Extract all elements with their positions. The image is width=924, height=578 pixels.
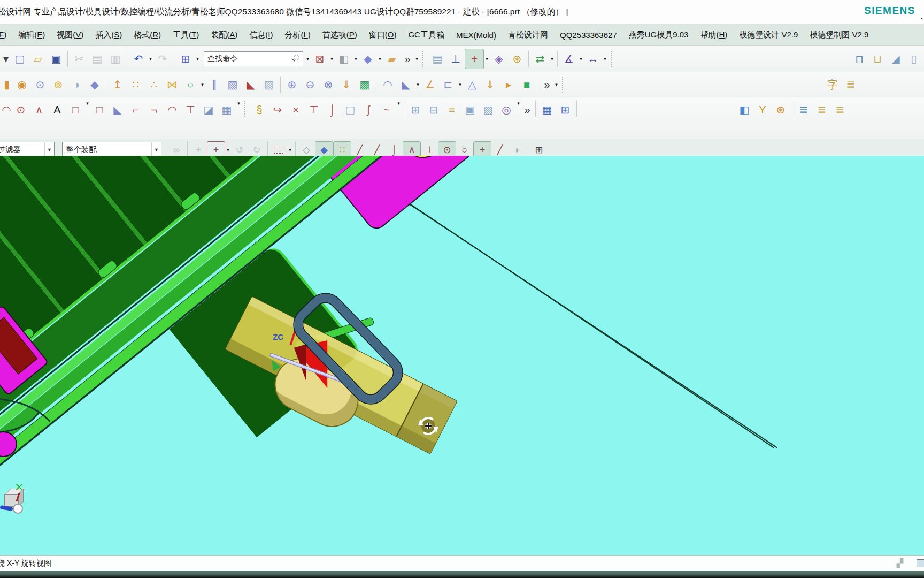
mold-drill-button[interactable]: ◢ (887, 49, 905, 69)
menu-item-qq-number[interactable]: QQ2533363627 (554, 31, 623, 40)
view-background-button[interactable]: ▰ (383, 49, 401, 69)
copy-button[interactable]: ▤ (88, 49, 106, 69)
point-set-button[interactable]: ∧ (30, 101, 48, 119)
rect-select-button[interactable] (270, 142, 287, 158)
menu-item-qingsong-site[interactable]: 青松设计网 (502, 30, 554, 40)
toolbar-drag-handle[interactable] (422, 51, 426, 67)
pattern-component-button[interactable]: ↻ (248, 142, 265, 158)
snap-point-on-curve-button[interactable]: ⌡ (386, 142, 403, 158)
patch-button[interactable]: ▩ (356, 75, 374, 94)
closed-profile-dropdown[interactable]: ▾ (84, 101, 90, 106)
shaded-cube-dropdown[interactable]: ▾ (377, 56, 383, 62)
window-frame-button[interactable]: ◧ (735, 101, 753, 119)
snap-quadrant-button[interactable]: ⊥ (421, 142, 438, 158)
tee-curve-button[interactable]: ⊤ (305, 101, 323, 119)
graphics-viewport[interactable]: ZC XC (0, 156, 924, 555)
toolbar-drag-handle[interactable] (611, 51, 614, 67)
render-style-button[interactable]: ◧ (335, 49, 353, 69)
wcs-display-button[interactable]: ⊥ (446, 49, 465, 69)
pixel-grid-plus-button[interactable]: ⊞ (556, 101, 574, 119)
snap-point-on-face-button[interactable]: ◗ (509, 142, 526, 158)
menu-item-yanxiu-mold[interactable]: 燕秀UG模具9.03 (623, 30, 695, 40)
profile-button[interactable]: ◠ (1, 101, 12, 119)
gear-tool-button[interactable]: ⊛ (772, 101, 790, 119)
menu-item-edit[interactable]: 编辑(E) (12, 30, 51, 40)
wcs-dynamics-dropdown[interactable]: ▾ (484, 56, 490, 62)
subtract-button[interactable]: ⊖ (301, 75, 319, 94)
trim-hook-1-button[interactable]: ⌐ (127, 101, 145, 119)
jog-dot-button[interactable]: ʃ (359, 101, 378, 119)
menu-item-information[interactable]: 信息(I) (243, 30, 279, 40)
menu-item-preferences[interactable]: 首选项(P) (317, 30, 363, 40)
assembly-constraints-button[interactable]: ∞ (168, 142, 185, 158)
fit-view-dropdown[interactable]: ▾ (329, 56, 335, 62)
menu-item-tools[interactable]: 工具(T) (167, 30, 205, 40)
unite-button[interactable]: ⊕ (283, 75, 301, 94)
extrude-button[interactable]: ▮ (1, 75, 13, 94)
open-file-button[interactable]: ▱ (29, 49, 47, 69)
status-flag-button[interactable]: ▞ (894, 558, 906, 568)
selection-scope-combo[interactable]: 整个装配 ▼ (62, 142, 161, 157)
simple-distance-button[interactable]: ↔ (584, 49, 602, 69)
menu-item-modebao-design[interactable]: 模德堡设计 V2.9 (733, 30, 804, 40)
revolve-button[interactable]: ◉ (13, 75, 31, 94)
row2-overflow-dropdown[interactable]: ▾ (553, 82, 559, 87)
layer-settings-button[interactable]: ▤ (428, 49, 446, 69)
toolbar-prev-button[interactable]: ▾ (1, 49, 11, 69)
paste-button[interactable]: ▥ (106, 49, 125, 69)
snap-style-button[interactable]: ◈ (490, 49, 508, 69)
new-file-button[interactable]: ▢ (11, 49, 29, 69)
snap-midpoint-button[interactable]: ╱ (368, 142, 386, 158)
snap-circle-button[interactable]: ○ (456, 142, 473, 158)
surface-swoosh-button[interactable]: ◣ (109, 101, 127, 119)
row1-overflow-button[interactable]: » (401, 49, 414, 69)
edit-object-display-button[interactable]: ⊛ (508, 49, 526, 69)
simple-distance-dropdown[interactable]: ▾ (602, 56, 608, 62)
quilt-surface-button[interactable]: ⊞ (406, 101, 425, 119)
row1-overflow-dropdown[interactable]: ▾ (414, 56, 420, 62)
menu-item-gc-toolbox[interactable]: GC工具箱 (402, 30, 450, 40)
slope-curve-dropdown[interactable]: ▾ (396, 101, 402, 106)
redo-button[interactable]: ↷ (153, 49, 172, 69)
mold-sheet-button[interactable]: ▯ (905, 49, 923, 69)
scatter-pattern-button[interactable]: ∴ (145, 75, 163, 94)
pyramid-button[interactable]: △ (463, 75, 481, 94)
spool-feature-button[interactable]: ≣ (842, 75, 860, 94)
text-curve-button[interactable]: A (48, 101, 66, 119)
find-command-dropdown[interactable]: ▾ (305, 56, 311, 62)
quick-pick-button[interactable]: ⊞ (530, 142, 548, 158)
render-style-dropdown[interactable]: ▾ (353, 56, 359, 62)
status-window-button[interactable] (915, 558, 924, 568)
toolbar-drag-handle[interactable] (244, 101, 248, 117)
selection-scope-dropdown-icon[interactable]: ▼ (151, 142, 161, 157)
edge-blend-button[interactable]: ◠ (379, 75, 397, 94)
menu-item-modebao-drafting[interactable]: 模德堡制图 V2.9 (804, 30, 874, 40)
find-command-input[interactable]: 查找命令 (204, 51, 303, 66)
spool-3-button[interactable]: ≣ (831, 101, 849, 119)
arc-bridge-button[interactable]: ◠ (163, 101, 181, 119)
move-component-button[interactable]: + (190, 142, 207, 158)
down-arrows-button[interactable]: ⇓ (481, 75, 499, 94)
pattern-feature-button[interactable]: ∷ (127, 75, 145, 94)
circle-curve-button[interactable]: ⊙ (12, 101, 30, 119)
magnify-region-button[interactable]: ◎ (497, 101, 515, 119)
selection-filter-combo[interactable]: 过滤器 ▼ (0, 142, 55, 157)
menu-item-mex-mold[interactable]: MEX(Mold) (450, 31, 502, 40)
text-feature-button[interactable]: 字 (823, 75, 842, 94)
lattice-surface-button[interactable]: ▦ (218, 101, 236, 119)
intersect-button[interactable]: ⊗ (319, 75, 337, 94)
jog-curve-button[interactable]: ⌡ (323, 101, 341, 119)
menu-item-assemblies[interactable]: 装配(A) (205, 30, 243, 40)
menu-item-insert[interactable]: 插入(S) (89, 30, 128, 40)
hatch-surface-button[interactable]: ▨ (479, 101, 497, 119)
slope-curve-button[interactable]: ~ (378, 101, 396, 119)
spool-2-button[interactable]: ≣ (813, 101, 831, 119)
menu-item-help[interactable]: 帮助(H) (694, 30, 733, 40)
snap-point-on-line-button[interactable]: ╱ (491, 142, 509, 158)
view-dialog-dropdown[interactable]: ▾ (195, 56, 201, 62)
mold-cavity-button[interactable]: ⊓ (850, 49, 868, 69)
bridge-curve-button[interactable]: ↪ (268, 101, 287, 119)
snap-rollover-button[interactable]: ◇ (298, 142, 315, 158)
flag-feature-button[interactable]: ▸ (499, 75, 518, 94)
sheet-page-button[interactable]: ▢ (341, 101, 359, 119)
